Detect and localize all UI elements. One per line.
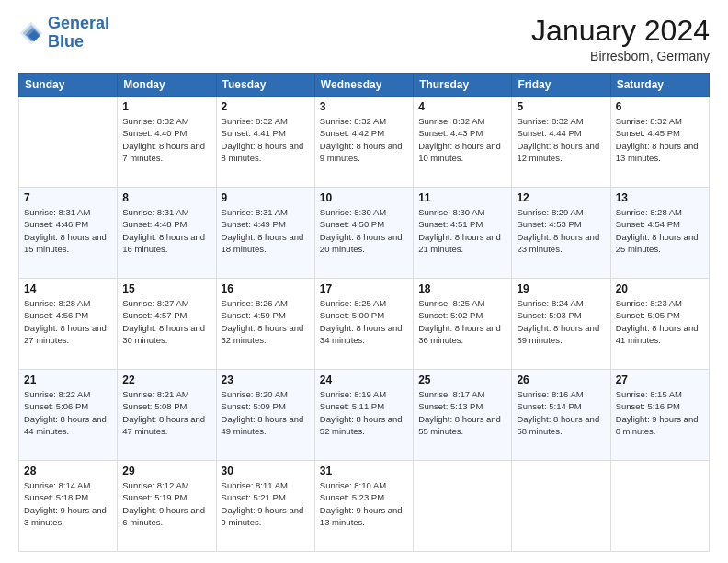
sunset-text: Sunset: 4:48 PM [122,219,187,229]
sunset-text: Sunset: 5:03 PM [517,310,581,320]
sunrise-text: Sunrise: 8:12 AM [122,480,188,490]
daylight-text: Daylight: 9 hours and 9 minutes. [222,505,304,527]
day-number: 22 [122,373,210,386]
daylight-text: Daylight: 8 hours and 20 minutes. [320,232,403,254]
logo-text: General Blue [48,15,109,52]
day-info: Sunrise: 8:16 AM Sunset: 5:14 PM Dayligh… [517,388,605,437]
logo-line2: Blue [48,32,84,51]
daylight-text: Daylight: 8 hours and 25 minutes. [616,232,699,254]
table-row: 11 Sunrise: 8:30 AM Sunset: 4:51 PM Dayl… [414,188,512,279]
sunrise-text: Sunrise: 8:16 AM [517,389,583,399]
day-info: Sunrise: 8:32 AM Sunset: 4:41 PM Dayligh… [222,115,310,164]
table-row: 23 Sunrise: 8:20 AM Sunset: 5:09 PM Dayl… [216,370,314,461]
day-info: Sunrise: 8:10 AM Sunset: 5:23 PM Dayligh… [320,479,408,528]
sunrise-text: Sunrise: 8:25 AM [418,298,484,308]
sunset-text: Sunset: 4:56 PM [24,310,88,320]
day-number: 4 [418,100,506,113]
day-number: 13 [616,191,704,204]
sunset-text: Sunset: 5:06 PM [24,401,88,411]
calendar-week-row: 28 Sunrise: 8:14 AM Sunset: 5:18 PM Dayl… [19,461,710,552]
day-number: 10 [320,191,408,204]
table-row [610,461,709,552]
sunrise-text: Sunrise: 8:32 AM [418,116,484,126]
sunset-text: Sunset: 5:13 PM [418,401,483,411]
daylight-text: Daylight: 8 hours and 23 minutes. [517,232,599,254]
calendar-week-row: 7 Sunrise: 8:31 AM Sunset: 4:46 PM Dayli… [19,188,710,279]
daylight-text: Daylight: 8 hours and 13 minutes. [616,141,699,163]
day-info: Sunrise: 8:23 AM Sunset: 5:05 PM Dayligh… [616,297,704,346]
sunrise-text: Sunrise: 8:10 AM [320,480,386,490]
daylight-text: Daylight: 9 hours and 3 minutes. [24,505,107,527]
day-number: 24 [320,373,408,386]
table-row [512,461,610,552]
header-monday: Monday [118,74,216,97]
sunset-text: Sunset: 5:21 PM [222,492,286,502]
header-sunday: Sunday [19,74,118,97]
daylight-text: Daylight: 8 hours and 30 minutes. [122,323,205,345]
sunrise-text: Sunrise: 8:31 AM [122,207,188,217]
table-row: 4 Sunrise: 8:32 AM Sunset: 4:43 PM Dayli… [414,97,512,188]
day-info: Sunrise: 8:32 AM Sunset: 4:42 PM Dayligh… [320,115,408,164]
daylight-text: Daylight: 8 hours and 12 minutes. [517,141,599,163]
table-row: 3 Sunrise: 8:32 AM Sunset: 4:42 PM Dayli… [314,97,413,188]
logo-icon [18,20,44,46]
daylight-text: Daylight: 8 hours and 27 minutes. [24,323,107,345]
daylight-text: Daylight: 8 hours and 32 minutes. [222,323,304,345]
header-thursday: Thursday [414,74,512,97]
day-info: Sunrise: 8:15 AM Sunset: 5:16 PM Dayligh… [616,388,704,437]
table-row: 25 Sunrise: 8:17 AM Sunset: 5:13 PM Dayl… [414,370,512,461]
weekday-header-row: Sunday Monday Tuesday Wednesday Thursday… [19,74,710,97]
daylight-text: Daylight: 8 hours and 58 minutes. [517,414,599,436]
sunrise-text: Sunrise: 8:30 AM [418,207,484,217]
day-number: 5 [517,100,605,113]
table-row [414,461,512,552]
day-info: Sunrise: 8:12 AM Sunset: 5:19 PM Dayligh… [122,479,210,528]
sunrise-text: Sunrise: 8:31 AM [222,207,288,217]
day-info: Sunrise: 8:28 AM Sunset: 4:54 PM Dayligh… [616,206,704,255]
daylight-text: Daylight: 8 hours and 7 minutes. [122,141,205,163]
sunrise-text: Sunrise: 8:27 AM [122,298,188,308]
day-info: Sunrise: 8:32 AM Sunset: 4:40 PM Dayligh… [122,115,210,164]
month-title: January 2024 [531,15,710,47]
table-row: 20 Sunrise: 8:23 AM Sunset: 5:05 PM Dayl… [610,279,709,370]
location: Birresborn, Germany [531,49,710,63]
header: General Blue January 2024 Birresborn, Ge… [18,15,710,63]
table-row: 14 Sunrise: 8:28 AM Sunset: 4:56 PM Dayl… [19,279,118,370]
table-row: 9 Sunrise: 8:31 AM Sunset: 4:49 PM Dayli… [216,188,314,279]
table-row: 21 Sunrise: 8:22 AM Sunset: 5:06 PM Dayl… [19,370,118,461]
day-number: 25 [418,373,506,386]
table-row: 29 Sunrise: 8:12 AM Sunset: 5:19 PM Dayl… [118,461,216,552]
sunset-text: Sunset: 5:23 PM [320,492,384,502]
day-number: 29 [122,465,210,477]
daylight-text: Daylight: 9 hours and 6 minutes. [122,505,205,527]
table-row: 27 Sunrise: 8:15 AM Sunset: 5:16 PM Dayl… [610,370,709,461]
sunset-text: Sunset: 4:43 PM [418,128,483,138]
day-info: Sunrise: 8:22 AM Sunset: 5:06 PM Dayligh… [24,388,112,437]
day-number: 23 [222,373,310,386]
calendar-week-row: 21 Sunrise: 8:22 AM Sunset: 5:06 PM Dayl… [19,370,710,461]
header-wednesday: Wednesday [314,74,413,97]
day-info: Sunrise: 8:26 AM Sunset: 4:59 PM Dayligh… [222,297,310,346]
sunrise-text: Sunrise: 8:26 AM [222,298,288,308]
sunrise-text: Sunrise: 8:15 AM [616,389,682,399]
day-number: 20 [616,282,704,295]
sunrise-text: Sunrise: 8:21 AM [122,389,188,399]
table-row: 8 Sunrise: 8:31 AM Sunset: 4:48 PM Dayli… [118,188,216,279]
table-row: 18 Sunrise: 8:25 AM Sunset: 5:02 PM Dayl… [414,279,512,370]
sunset-text: Sunset: 4:50 PM [320,219,384,229]
sunset-text: Sunset: 5:19 PM [122,492,187,502]
day-number: 19 [517,282,605,295]
daylight-text: Daylight: 8 hours and 34 minutes. [320,323,403,345]
sunrise-text: Sunrise: 8:32 AM [616,116,682,126]
sunset-text: Sunset: 4:49 PM [222,219,286,229]
table-row: 1 Sunrise: 8:32 AM Sunset: 4:40 PM Dayli… [118,97,216,188]
calendar-week-row: 1 Sunrise: 8:32 AM Sunset: 4:40 PM Dayli… [19,97,710,188]
day-number: 1 [122,100,210,113]
day-number: 27 [616,373,704,386]
day-info: Sunrise: 8:17 AM Sunset: 5:13 PM Dayligh… [418,388,506,437]
day-number: 21 [24,373,112,386]
day-info: Sunrise: 8:28 AM Sunset: 4:56 PM Dayligh… [24,297,112,346]
day-number: 31 [320,465,408,477]
sunset-text: Sunset: 5:02 PM [418,310,483,320]
table-row: 26 Sunrise: 8:16 AM Sunset: 5:14 PM Dayl… [512,370,610,461]
